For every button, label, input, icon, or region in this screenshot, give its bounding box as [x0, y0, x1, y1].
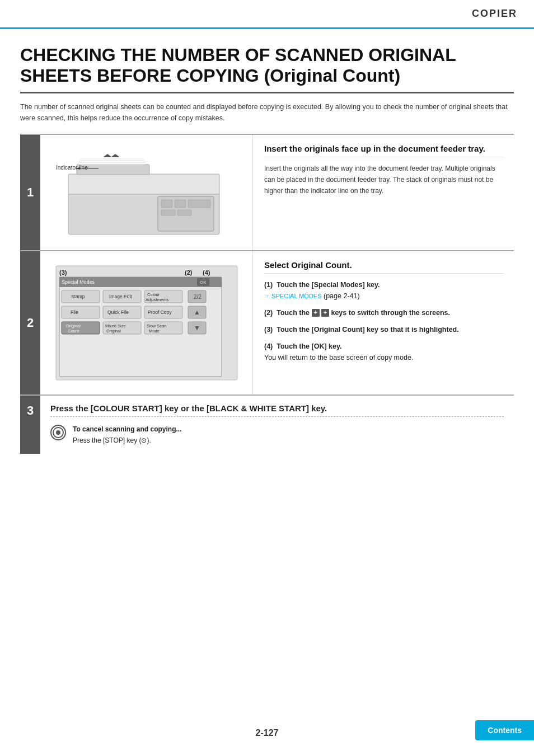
step-2-number: 2 — [20, 251, 40, 395]
svg-text:Image Edit: Image Edit — [109, 294, 132, 299]
step-2-instruction-2: (2) Touch the + + keys to switch through… — [264, 307, 504, 318]
svg-text:Quick File: Quick File — [107, 309, 129, 315]
intro-text: The number of scanned original sheets ca… — [20, 101, 514, 124]
step-3-row: 3 Press the [COLOUR START] key or the [B… — [20, 395, 514, 454]
top-bar: COPIER — [0, 0, 534, 29]
step-1-content: Indicator line Insert the originals face… — [40, 135, 514, 250]
page-title: CHECKING THE NUMBER OF SCANNED ORIGINAL … — [20, 45, 514, 93]
step-2-illustration: (3) (2) (4) Special Modes OK Stamp Image — [51, 261, 242, 384]
svg-rect-9 — [161, 200, 172, 208]
svg-rect-33 — [62, 306, 100, 318]
step-3-number: 3 — [20, 396, 40, 454]
step-2-instructions: (1) Touch the [Special Modes] key. ☞ SPE… — [264, 279, 504, 363]
svg-rect-13 — [177, 210, 191, 215]
svg-rect-12 — [161, 210, 175, 215]
svg-marker-7 — [111, 154, 120, 157]
svg-rect-1 — [68, 174, 219, 194]
svg-marker-6 — [103, 154, 112, 157]
svg-rect-5 — [81, 158, 143, 160]
step-2-row: 2 (3) (2) (4) Special Modes — [20, 250, 514, 395]
svg-rect-4 — [79, 161, 144, 162]
step-2-text-area: Select Original Count. (1) Touch the [Sp… — [253, 251, 514, 395]
svg-text:Original: Original — [106, 328, 121, 334]
svg-text:Colour: Colour — [147, 292, 160, 297]
svg-text:(4): (4) — [203, 269, 210, 276]
step-2-heading: Select Original Count. — [264, 260, 504, 274]
svg-text:Adjustments: Adjustments — [146, 297, 169, 302]
svg-text:Mixed Size: Mixed Size — [105, 323, 126, 328]
step-2-content: (3) (2) (4) Special Modes OK Stamp Image — [40, 251, 514, 395]
page-number: 2-127 — [0, 728, 534, 740]
step-2-image-area: (3) (2) (4) Special Modes OK Stamp Image — [40, 251, 253, 395]
svg-text:(3): (3) — [59, 269, 67, 276]
step-1-desc: Insert the originals all the way into th… — [264, 163, 504, 197]
svg-text:Count: Count — [68, 328, 79, 334]
step-3-cancel-row: To cancel scanning and copying... Press … — [50, 424, 504, 447]
svg-text:Original: Original — [66, 323, 81, 328]
svg-text:Proof Copy: Proof Copy — [148, 309, 172, 315]
step-1-number: 1 — [20, 135, 40, 250]
step-1-illustration: Indicator line — [51, 145, 242, 240]
svg-rect-10 — [175, 200, 186, 208]
main-content: CHECKING THE NUMBER OF SCANNED ORIGINAL … — [0, 29, 534, 465]
svg-text:Mode: Mode — [149, 328, 160, 334]
step-1-row: 1 — [20, 134, 514, 250]
header-title: COPIER — [472, 8, 517, 20]
step-3-main-text: Press the [COLOUR START] key or the [BLA… — [50, 403, 504, 417]
svg-text:▲: ▲ — [194, 308, 200, 316]
step-2-instruction-1: (1) Touch the [Special Modes] key. ☞ SPE… — [264, 279, 504, 302]
step-2-instruction-4: (4) Touch the [OK] key. You will return … — [264, 341, 504, 363]
svg-text:(2): (2) — [185, 269, 193, 276]
svg-rect-11 — [188, 200, 210, 208]
step-1-text-area: Insert the originals face up in the docu… — [253, 135, 514, 250]
svg-text:Indicator line: Indicator line — [56, 165, 88, 171]
page-footer: 2-127 Contents — [0, 728, 534, 740]
svg-text:Stamp: Stamp — [71, 294, 85, 299]
step-1-image-area: Indicator line — [40, 135, 253, 250]
contents-button[interactable]: Contents — [475, 720, 534, 740]
svg-text:Slow Scan: Slow Scan — [147, 323, 166, 328]
svg-text:▼: ▼ — [194, 324, 200, 332]
svg-text:OK: OK — [200, 280, 207, 285]
svg-text:File: File — [71, 309, 78, 315]
step-3-content: Press the [COLOUR START] key or the [BLA… — [40, 396, 514, 454]
svg-point-55 — [56, 430, 60, 435]
svg-text:Special Modes: Special Modes — [62, 279, 95, 285]
svg-rect-3 — [78, 163, 146, 165]
cancel-text: To cancel scanning and copying... Press … — [73, 424, 181, 447]
step-2-instruction-3: (3) Touch the [Original Count] key so th… — [264, 324, 504, 335]
step-1-heading: Insert the originals face up in the docu… — [264, 144, 504, 157]
stop-icon — [50, 425, 66, 440]
svg-text:2/2: 2/2 — [194, 294, 202, 300]
